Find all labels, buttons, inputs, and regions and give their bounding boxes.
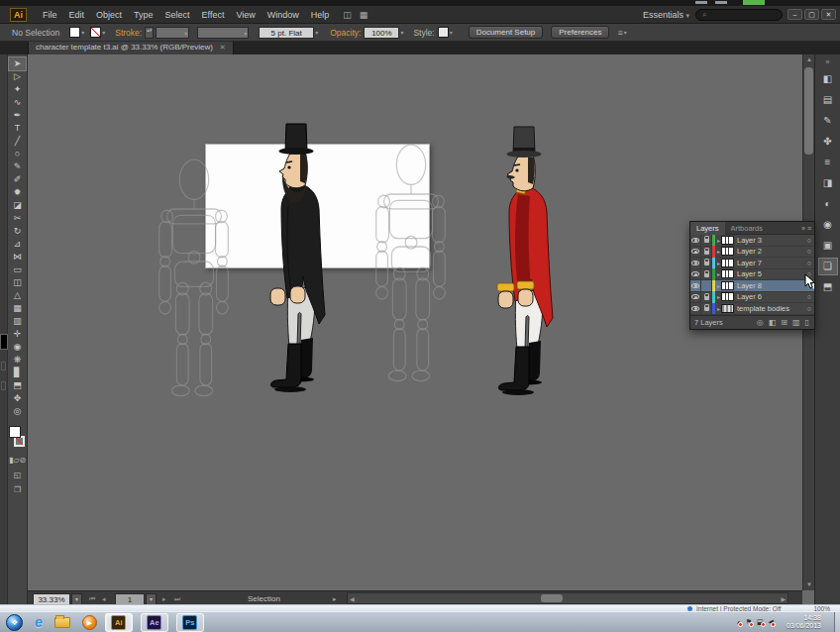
color-gradient-none-buttons[interactable]: ▮▱⊘ (9, 456, 26, 465)
expand-panels-icon[interactable]: » (825, 57, 829, 66)
opacity-link[interactable]: Opacity: (330, 28, 361, 38)
selection-tool[interactable]: ➤ (9, 57, 26, 70)
panel-menu-icon[interactable]: ≡ (807, 225, 811, 232)
go-to-bridge-icon[interactable]: ◫ (343, 10, 352, 20)
close-button[interactable]: ✕ (821, 9, 836, 20)
lock-toggle[interactable] (701, 291, 712, 302)
symbol-sprayer-tool[interactable]: ❋ (9, 354, 26, 367)
perspective-grid-tool[interactable]: △ (9, 289, 26, 302)
document-setup-button[interactable]: Document Setup (469, 26, 544, 39)
canvas[interactable] (28, 54, 802, 590)
blob-brush-tool[interactable]: ✹ (9, 186, 26, 199)
lock-toggle[interactable] (701, 235, 712, 246)
target-circle-icon[interactable]: ○ (807, 260, 811, 266)
visibility-toggle[interactable] (690, 246, 701, 257)
stroke-link[interactable]: Stroke: (115, 28, 142, 38)
layer-thumbnail[interactable] (721, 247, 734, 256)
fill-stroke-indicator[interactable] (9, 426, 26, 450)
lock-toggle[interactable] (701, 268, 712, 279)
show-hidden-icons[interactable]: ▴ (737, 618, 741, 626)
media-player-icon[interactable]: ▶ (82, 615, 97, 630)
scale-tool[interactable]: ⊿ (9, 238, 26, 251)
expand-triangle-icon[interactable]: ▸ (717, 305, 720, 312)
target-circle-icon[interactable]: ○ (807, 305, 811, 312)
menu-item[interactable]: Effect (196, 8, 231, 22)
action-center-icon[interactable]: ⚑ (746, 618, 752, 626)
target-circle-icon[interactable]: ○ (807, 248, 811, 255)
scroll-right-icon[interactable]: ▶ (781, 595, 786, 602)
direct-selection-tool[interactable]: ▷ (9, 70, 26, 83)
start-button[interactable]: ❖ (6, 614, 23, 631)
scroll-left-icon[interactable]: ◀ (350, 595, 355, 602)
stroke-swatch[interactable] (90, 27, 101, 38)
gradient-tool[interactable]: ▥ (9, 315, 26, 328)
opacity-value-field[interactable]: 100% (364, 27, 399, 39)
new-sublayer-icon[interactable]: ⊞ (781, 318, 788, 327)
new-layer-icon[interactable]: ▥ (792, 318, 800, 327)
free-transform-tool[interactable]: ▭ (9, 263, 26, 276)
stroke-panel-icon[interactable]: ≡ (819, 155, 837, 170)
volume-icon[interactable]: ◀ (769, 618, 774, 626)
document-tab[interactable]: character template t3.ai @ 33.33% (RGB/P… (28, 42, 234, 54)
style-swatch[interactable] (438, 27, 449, 38)
character-red-coat[interactable] (485, 123, 569, 408)
chevron-down-icon[interactable]: ▾ (624, 29, 627, 36)
chevron-down-icon[interactable]: ▾ (315, 29, 318, 36)
swatches-panel-icon[interactable]: ▤ (819, 92, 837, 108)
layers-panel-icon[interactable]: ❏ (819, 259, 837, 274)
visibility-toggle[interactable] (690, 235, 701, 246)
preferences-button[interactable]: Preferences (551, 26, 609, 39)
eraser-tool[interactable]: ◪ (9, 199, 26, 212)
character-black-coat[interactable] (258, 120, 339, 409)
zoom-tool[interactable]: ◎ (9, 405, 26, 418)
layer-row[interactable]: ▸ Layer 2 ○ (690, 247, 814, 259)
lock-toggle[interactable] (701, 246, 712, 257)
expand-triangle-icon[interactable]: ▸ (717, 293, 720, 300)
tab-artboards[interactable]: Artboards (725, 222, 770, 235)
layer-row[interactable]: ▸ Layer 8 ○ (690, 280, 814, 292)
delete-layer-icon[interactable]: ▯ (805, 318, 809, 327)
arrange-documents-icon[interactable]: ▦ (360, 10, 368, 20)
symbols-panel-icon[interactable]: ✤ (819, 134, 837, 150)
make-clipping-mask-icon[interactable]: ◧ (769, 318, 777, 327)
scissors-tool[interactable]: ✂ (9, 212, 26, 225)
layer-name[interactable]: Layer 5 (737, 269, 807, 278)
visibility-toggle[interactable] (690, 258, 701, 268)
collapsed-color-swatch[interactable] (0, 334, 8, 350)
layer-thumbnail[interactable] (721, 292, 734, 301)
horizontal-scroll-thumb[interactable] (541, 594, 563, 602)
vertical-scroll-thumb[interactable] (804, 67, 813, 155)
artboards-panel-icon[interactable]: ⬒ (819, 279, 837, 295)
stroke-weight-dropdown[interactable]: ▾ (156, 27, 189, 39)
stroke-weight-stepper[interactable]: ▴▾ (145, 27, 154, 39)
chevron-down-icon[interactable]: ▾ (81, 29, 84, 36)
collapse-panel-icon[interactable]: » (801, 225, 805, 232)
expand-triangle-icon[interactable]: ▸ (717, 248, 720, 255)
pencil-tool[interactable]: ✐ (9, 173, 26, 186)
magic-wand-tool[interactable]: ✦ (9, 83, 26, 96)
pen-tool[interactable]: ✒ (9, 109, 26, 122)
visibility-toggle[interactable] (690, 280, 701, 291)
workspace-switcher[interactable]: Essentials ▾ (643, 10, 689, 20)
layer-name[interactable]: Layer 3 (737, 236, 807, 245)
taskbar-photoshop-button[interactable]: Ps (176, 613, 204, 632)
brushes-panel-icon[interactable]: ✎ (819, 113, 837, 129)
collapsed-panel-nub[interactable] (1, 381, 6, 390)
blend-tool[interactable]: ◉ (9, 341, 26, 354)
expand-triangle-icon[interactable]: ▸ (717, 270, 720, 277)
horizontal-scrollbar[interactable]: ◀ ▶ (347, 592, 788, 604)
layer-name[interactable]: Layer 8 (737, 281, 807, 290)
taskbar-after-effects-button[interactable]: Ae (141, 613, 168, 632)
column-graph-tool[interactable]: ▊ (9, 367, 26, 379)
hand-tool[interactable]: ✥ (9, 392, 26, 405)
chevron-down-icon[interactable]: ▾ (400, 29, 403, 36)
paintbrush-tool[interactable]: ✎ (9, 160, 26, 173)
layer-thumbnail[interactable] (721, 259, 734, 267)
windows-explorer-icon[interactable] (54, 617, 70, 628)
layer-thumbnail[interactable] (721, 269, 734, 278)
menu-item[interactable]: Select (159, 8, 196, 22)
show-desktop-button[interactable] (834, 612, 840, 632)
shape-builder-tool[interactable]: ◫ (9, 276, 26, 289)
menu-item[interactable]: Object (90, 8, 128, 22)
layer-thumbnail[interactable] (721, 281, 734, 290)
